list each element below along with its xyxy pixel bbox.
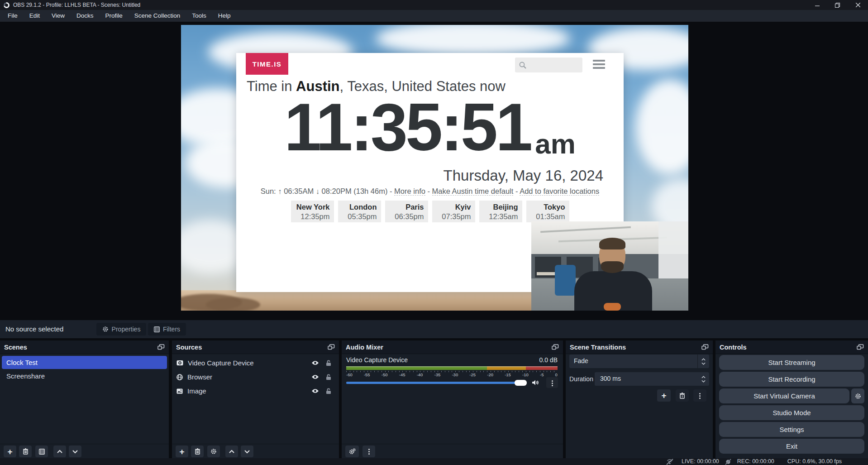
start-virtual-camera-button[interactable]: Start Virtual Camera (719, 388, 849, 403)
add-transition-button[interactable]: + (657, 389, 671, 402)
virtual-camera-settings-button[interactable] (851, 388, 864, 403)
volume-slider-track[interactable] (346, 382, 516, 384)
transition-selected-value: Fade (574, 357, 588, 364)
tick-label: -5 (540, 372, 544, 377)
move-scene-up-button[interactable] (53, 446, 66, 457)
menu-profile[interactable]: Profile (100, 10, 129, 22)
city-name: Beijing (479, 202, 518, 212)
lock-icon[interactable] (326, 360, 331, 366)
mixer-menu-button[interactable] (362, 446, 375, 457)
tick-label: -45 (399, 372, 405, 377)
trash-icon (679, 393, 685, 399)
controls-title: Controls (720, 344, 747, 351)
cpu-fps-stats: CPU: 0.6%, 30.00 fps (787, 458, 842, 465)
city-box: Kyiv07:35pm (432, 201, 475, 222)
menu-file[interactable]: File (2, 10, 24, 22)
menu-help[interactable]: Help (212, 10, 237, 22)
source-row-video-capture[interactable]: Video Capture Device (172, 356, 339, 370)
move-source-down-button[interactable] (241, 446, 253, 457)
menu-docks[interactable]: Docks (71, 10, 100, 22)
source-toolbar: No source selected Properties Filters (0, 320, 868, 338)
remove-scene-button[interactable] (19, 446, 32, 457)
chevron-up-icon (229, 450, 235, 454)
chevron-up-icon (701, 376, 706, 379)
source-row-image[interactable]: Image (172, 384, 339, 398)
chevron-up-icon (57, 450, 63, 454)
source-label: Video Capture Device (188, 359, 254, 367)
menu-view[interactable]: View (46, 10, 71, 22)
move-scene-down-button[interactable] (69, 446, 81, 457)
audio-mixer-header: Audio Mixer (342, 340, 563, 354)
globe-icon (176, 374, 183, 380)
camera-icon (176, 360, 183, 366)
source-status-text: No source selected (5, 320, 63, 338)
add-source-button[interactable]: + (176, 446, 188, 457)
exit-button[interactable]: Exit (719, 439, 864, 454)
cloud-shape (376, 25, 570, 57)
scenes-header: Scenes (0, 340, 169, 354)
scene-item-screenshare[interactable]: Screenshare (2, 369, 167, 383)
city-time: 12:35pm (291, 212, 330, 221)
advanced-audio-button[interactable] (345, 446, 359, 457)
gear-icon (855, 393, 861, 399)
menu-edit[interactable]: Edit (24, 10, 46, 22)
settings-button[interactable]: Settings (719, 422, 864, 437)
filters-button[interactable]: Filters (148, 323, 186, 336)
transition-menu-button[interactable] (693, 389, 706, 402)
filter-icon (39, 449, 45, 455)
status-bar: LIVE: 00:00:00 REC: 00:00:00 CPU: 0.6%, … (0, 458, 868, 465)
source-properties-button[interactable] (207, 446, 220, 457)
visibility-eye-icon[interactable] (311, 374, 319, 380)
source-label: Browser (187, 373, 212, 381)
popout-icon[interactable] (157, 344, 165, 350)
close-button[interactable] (848, 0, 868, 10)
popout-icon[interactable] (857, 344, 864, 350)
properties-button[interactable]: Properties (96, 323, 146, 336)
mixer-channel-menu-button[interactable] (546, 377, 558, 388)
source-row-browser[interactable]: Browser (172, 370, 339, 384)
scene-item-clock-test[interactable]: Clock Test (2, 356, 167, 369)
remove-transition-button[interactable] (676, 389, 689, 402)
add-scene-button[interactable]: + (4, 446, 16, 457)
lock-icon[interactable] (326, 388, 331, 394)
city-name: London (338, 202, 377, 212)
duration-value: 300 ms (600, 375, 621, 382)
start-streaming-button[interactable]: Start Streaming (719, 355, 864, 370)
sun-info-line: Sun: ↑ 06:35AM ↓ 08:20PM (13h 46m) - Mor… (236, 187, 624, 196)
sources-title: Sources (176, 344, 202, 351)
duration-spinbox[interactable]: 300 ms (595, 372, 709, 386)
speaker-icon[interactable] (532, 379, 539, 386)
tick-label: -30 (452, 372, 458, 377)
popout-icon[interactable] (552, 344, 559, 350)
restore-button[interactable] (827, 0, 848, 10)
move-source-up-button[interactable] (225, 446, 238, 457)
menu-scene-collection[interactable]: Scene Collection (129, 10, 186, 22)
city-time: 05:35pm (338, 212, 377, 221)
record-inactive-icon (725, 459, 731, 465)
transition-select[interactable]: Fade (569, 355, 709, 368)
trash-icon (23, 448, 29, 455)
visibility-eye-icon[interactable] (311, 360, 319, 366)
lock-icon[interactable] (326, 374, 331, 380)
remove-source-button[interactable] (191, 446, 204, 457)
gear-icon (102, 326, 109, 332)
visibility-eye-icon[interactable] (311, 388, 319, 394)
audio-mixer-panel: Audio Mixer Video Capture Device 0.0 dB … (342, 340, 563, 458)
clock-digits: 11:35:51 (284, 94, 530, 161)
scene-filters-button[interactable] (35, 446, 48, 457)
duration-spin-arrows[interactable] (697, 372, 709, 386)
popout-icon[interactable] (328, 344, 335, 350)
tick-label: -55 (364, 372, 370, 377)
tick-label: -25 (469, 372, 476, 377)
preview-canvas[interactable]: TIME.IS Time in Austin, Texas, United St… (181, 25, 688, 311)
tick-label: -10 (522, 372, 529, 377)
gear-icon (210, 448, 217, 455)
menu-bar: File Edit View Docks Profile Scene Colle… (0, 10, 868, 22)
city-name: Tokyo (526, 202, 565, 212)
popout-icon[interactable] (701, 344, 709, 350)
menu-tools[interactable]: Tools (186, 10, 212, 22)
minimize-button[interactable] (807, 0, 827, 10)
volume-slider-handle[interactable] (515, 380, 527, 386)
start-recording-button[interactable]: Start Recording (719, 372, 864, 387)
studio-mode-button[interactable]: Studio Mode (719, 405, 864, 420)
